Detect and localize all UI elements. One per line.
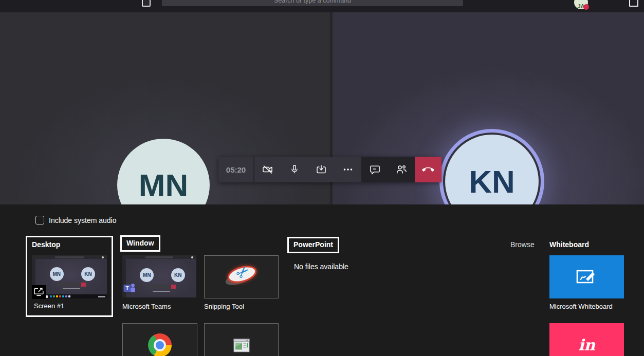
window-icon[interactable] [629, 0, 638, 7]
user-avatar[interactable]: JA [574, 0, 588, 9]
teams-window-label: Microsoft Teams [122, 303, 171, 310]
no-files-text: No files available [294, 263, 348, 271]
whiteboard-icon [575, 268, 599, 286]
invision-icon: in [578, 336, 595, 354]
generic-window-icon [233, 339, 250, 352]
teams-window-thumbnail[interactable]: MN KN T [122, 255, 196, 297]
presence-busy-dot [583, 4, 589, 10]
powerpoint-section-title-box: PowerPoint [287, 237, 339, 253]
whiteboard-section-title: Whiteboard [549, 240, 589, 249]
meeting-control-bar: 05:20 [218, 157, 441, 182]
camera-off-icon [262, 163, 274, 176]
chat-icon [369, 164, 381, 176]
mini-subtext [153, 291, 170, 292]
mini-avatar-kn: KN [171, 268, 185, 282]
mini-avatar-mn: MN [140, 268, 154, 282]
mini-stage: MN KN [126, 259, 196, 297]
invision-freehand-tile[interactable]: in [549, 323, 624, 356]
window-section-title-box: Window [120, 235, 160, 252]
mini-top-bar [122, 255, 196, 259]
participants-button[interactable] [388, 157, 415, 182]
share-tray-down-icon [315, 163, 327, 176]
microphone-icon [289, 164, 300, 175]
svg-text:T: T [125, 286, 128, 291]
powerpoint-section-title: PowerPoint [293, 240, 333, 249]
mini-control-bar [57, 283, 86, 287]
more-options-button[interactable] [335, 157, 361, 182]
window-section-title: Window [126, 239, 154, 247]
ellipsis-icon [342, 163, 354, 176]
system-audio-label: Include system audio [49, 216, 117, 224]
top-bar: Search or type a command JA [0, 0, 644, 12]
share-screen-overlay [32, 285, 46, 299]
mini-top-bar [32, 255, 107, 259]
desktop-section-title: Desktop [32, 240, 60, 249]
share-screen-icon [33, 287, 44, 297]
compose-icon[interactable] [142, 0, 151, 7]
chat-button[interactable] [361, 157, 388, 182]
share-tray-button[interactable] [308, 157, 335, 182]
meeting-timer: 05:20 [218, 157, 253, 182]
meeting-stage: MN KN 05:20 [0, 12, 644, 204]
avatar-kn-initials: KN [469, 163, 515, 200]
mini-avatar-mn: MN [50, 267, 64, 281]
hang-up-button[interactable] [415, 157, 441, 182]
system-audio-checkbox[interactable] [35, 216, 44, 224]
chrome-icon [148, 333, 172, 356]
teams-logo-icon: T [123, 282, 136, 296]
screen-1-label: Screen #1 [34, 302, 64, 310]
teams-app-window: Search or type a command JA MN KN 05:20 [0, 0, 644, 356]
snipping-tool-label: Snipping Tool [204, 303, 244, 310]
mini-stage: MN KN [35, 259, 107, 294]
mini-subtext [63, 288, 80, 289]
snipping-tool-icon: ✂ [221, 264, 262, 290]
browse-button[interactable]: Browse [510, 240, 535, 249]
search-placeholder: Search or type a command [274, 0, 351, 4]
snipping-tool-thumbnail[interactable]: ✂ [204, 255, 279, 298]
mini-avatar-kn: KN [81, 267, 95, 281]
mini-control-bar [147, 285, 176, 289]
chrome-window-thumbnail[interactable] [122, 323, 197, 356]
search-input[interactable]: Search or type a command [162, 0, 463, 6]
microphone-button[interactable] [281, 157, 308, 182]
microsoft-whiteboard-label: Microsoft Whiteboard [549, 303, 613, 310]
microsoft-whiteboard-tile[interactable] [549, 255, 624, 298]
generic-window-thumbnail[interactable] [204, 323, 279, 356]
desktop-section[interactable]: Desktop MN KN [26, 236, 113, 317]
share-tray: Include system audio Desktop MN KN [0, 204, 644, 356]
include-system-audio[interactable]: Include system audio [35, 216, 117, 224]
camera-off-button[interactable] [254, 157, 281, 182]
avatar-mn-initials: MN [139, 167, 188, 203]
hang-up-icon [421, 163, 435, 176]
people-icon [395, 163, 408, 176]
